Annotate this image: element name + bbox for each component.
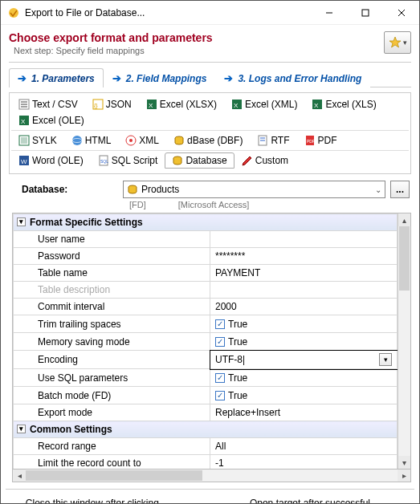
svg-text:{}: {} bbox=[94, 103, 98, 109]
property-value[interactable]: ******** bbox=[210, 248, 398, 265]
grid-row[interactable]: Record rangeAll bbox=[14, 438, 398, 455]
property-label: Limit the record count to bbox=[14, 455, 210, 469]
property-value[interactable]: 2000 bbox=[210, 299, 398, 315]
database-browse-button[interactable]: ... bbox=[390, 181, 410, 198]
property-value[interactable]: Replace+Insert bbox=[210, 404, 398, 421]
scroll-up-icon[interactable]: ▴ bbox=[398, 213, 410, 226]
scroll-thumb[interactable] bbox=[399, 226, 410, 291]
property-label: Batch mode (FD) bbox=[14, 387, 210, 404]
format-html[interactable]: HTML bbox=[64, 132, 119, 148]
section-format-specific[interactable]: ▾Format Specific Settings bbox=[14, 214, 398, 231]
minimize-button[interactable] bbox=[311, 1, 347, 24]
format-word-ole[interactable]: WWord (OLE) bbox=[11, 152, 91, 169]
svg-text:X: X bbox=[21, 118, 26, 125]
property-value[interactable]: True bbox=[210, 387, 398, 404]
property-label: Password bbox=[14, 248, 210, 265]
grid-row[interactable]: EncodingUTF-8|▾ bbox=[14, 351, 398, 369]
grid-row[interactable]: Table namePAYMENT bbox=[14, 265, 398, 282]
excel-icon: X bbox=[231, 99, 243, 110]
vertical-scrollbar[interactable]: ▴ ▾ bbox=[398, 213, 410, 469]
svg-text:SQL: SQL bbox=[100, 159, 108, 164]
excel-icon: X bbox=[18, 115, 30, 126]
format-dbf[interactable]: dBase (DBF) bbox=[166, 132, 250, 148]
grid-row[interactable]: Password******** bbox=[14, 248, 398, 265]
close-after-export-checkbox[interactable]: Close this window after clicking Export bbox=[10, 498, 186, 504]
tab-label: 3. Logs and Error Handling bbox=[238, 73, 361, 84]
grid-row[interactable]: User name bbox=[14, 231, 398, 248]
maximize-button[interactable] bbox=[347, 1, 383, 24]
favorites-button[interactable]: ▾ bbox=[384, 31, 411, 54]
property-grid: ▾Format Specific Settings User namePassw… bbox=[12, 213, 411, 469]
property-value[interactable]: True bbox=[210, 333, 398, 351]
grid-row[interactable]: Batch mode (FD)True bbox=[14, 387, 398, 404]
property-value[interactable] bbox=[210, 282, 398, 299]
grid-row[interactable]: Export modeReplace+Insert bbox=[14, 404, 398, 421]
grid-row[interactable]: Use SQL parametersTrue bbox=[14, 369, 398, 387]
pdf-icon: PDF bbox=[304, 135, 316, 146]
section-common[interactable]: ▾Common Settings bbox=[14, 421, 398, 438]
xml-icon bbox=[125, 135, 137, 146]
chevron-down-icon: ⌄ bbox=[375, 185, 381, 194]
sql-icon: SQL bbox=[98, 155, 109, 166]
property-value[interactable]: True bbox=[210, 369, 398, 387]
json-icon: {} bbox=[92, 99, 104, 110]
arrow-icon: ➔ bbox=[224, 72, 233, 84]
excel-icon: X bbox=[146, 99, 157, 110]
format-excel-ole[interactable]: XExcel (OLE) bbox=[11, 112, 92, 128]
property-value[interactable] bbox=[210, 231, 398, 248]
checkbox-icon bbox=[215, 373, 225, 383]
page-subtitle: Next step: Specify field mappings bbox=[14, 46, 411, 55]
svg-rect-21 bbox=[21, 137, 27, 144]
property-label: Export mode bbox=[14, 404, 210, 421]
property-value[interactable]: All bbox=[210, 438, 398, 455]
format-text-csv[interactable]: Text / CSV bbox=[11, 96, 85, 112]
format-xlsx[interactable]: XExcel (XLSX) bbox=[139, 96, 224, 112]
grid-row[interactable]: Commit interval2000 bbox=[14, 299, 398, 315]
wizard-header: Choose export format and parameters Next… bbox=[1, 25, 419, 59]
checkbox-icon bbox=[215, 391, 225, 400]
driver-label: [FD] bbox=[129, 200, 146, 209]
format-custom[interactable]: Custom bbox=[234, 152, 296, 169]
grid-row[interactable]: Table description bbox=[14, 282, 398, 299]
tab-field-mappings[interactable]: ➔ 2. Field Mappings bbox=[104, 68, 216, 87]
property-label: Encoding bbox=[14, 351, 210, 369]
dropdown-button[interactable]: ▾ bbox=[379, 353, 392, 366]
format-selector: Text / CSV {}JSON XExcel (XLSX) XExcel (… bbox=[9, 92, 411, 174]
format-sql-script[interactable]: SQLSQL Script bbox=[91, 152, 165, 169]
format-json[interactable]: {}JSON bbox=[85, 96, 139, 112]
format-excel-xml[interactable]: XExcel (XML) bbox=[224, 96, 304, 112]
property-label: Record range bbox=[14, 438, 210, 455]
property-value[interactable]: PAYMENT bbox=[210, 265, 398, 282]
format-xml[interactable]: XML bbox=[118, 132, 166, 148]
grid-row[interactable]: Trim trailing spacesTrue bbox=[14, 315, 398, 333]
format-rtf[interactable]: RTF bbox=[250, 132, 296, 148]
arrow-icon: ➔ bbox=[18, 72, 27, 84]
grid-row[interactable]: Limit the record count to-1 bbox=[14, 455, 398, 469]
scroll-down-icon[interactable]: ▾ bbox=[398, 456, 410, 469]
tab-parameters[interactable]: ➔ 1. Parameters bbox=[9, 68, 104, 87]
database-icon bbox=[172, 155, 183, 166]
scroll-right-icon[interactable]: ▸ bbox=[398, 469, 410, 482]
database-label: Database: bbox=[22, 184, 118, 195]
separator bbox=[9, 62, 411, 63]
format-xls[interactable]: XExcel (XLS) bbox=[304, 96, 383, 112]
database-select[interactable]: Products ⌄ bbox=[123, 181, 385, 198]
grid-row[interactable]: Memory saving modeTrue bbox=[14, 333, 398, 351]
app-icon bbox=[7, 6, 20, 19]
format-database[interactable]: Database bbox=[165, 152, 234, 169]
scroll-left-icon[interactable]: ◂ bbox=[13, 469, 26, 482]
property-value[interactable]: -1 bbox=[210, 455, 398, 469]
scroll-thumb[interactable] bbox=[26, 470, 202, 481]
window-title: Export to File or Database... bbox=[25, 7, 311, 18]
chevron-down-icon: ▾ bbox=[403, 39, 407, 47]
open-target-checkbox[interactable]: Open target after successful exporting bbox=[234, 498, 410, 504]
property-value[interactable]: True bbox=[210, 315, 398, 333]
close-button[interactable] bbox=[383, 1, 419, 24]
tab-logs-errors[interactable]: ➔ 3. Logs and Error Handling bbox=[215, 68, 370, 87]
format-pdf[interactable]: PDFPDF bbox=[297, 132, 345, 148]
horizontal-scrollbar[interactable]: ◂ ▸ bbox=[12, 469, 411, 482]
property-value[interactable]: UTF-8|▾ bbox=[210, 351, 398, 369]
property-label: Table description bbox=[14, 282, 210, 299]
property-label: Trim trailing spaces bbox=[14, 315, 210, 333]
format-sylk[interactable]: SYLK bbox=[11, 132, 64, 148]
